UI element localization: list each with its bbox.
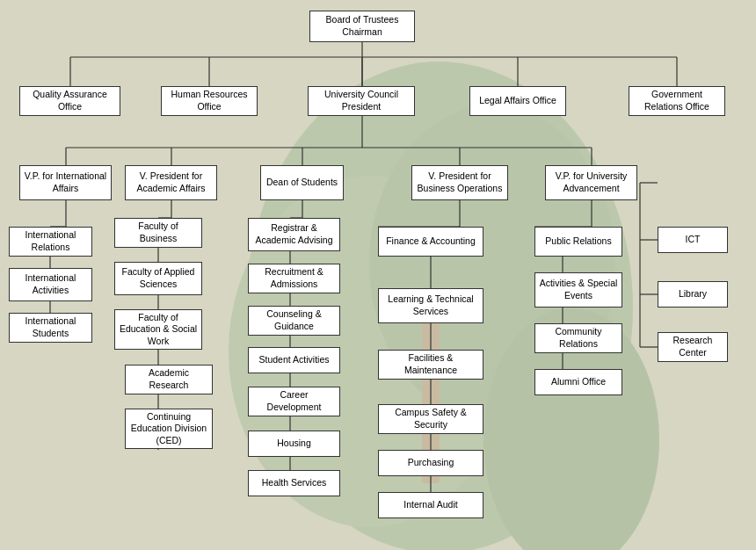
org-node-vp_academic: V. President for Academic Affairs [125,165,217,200]
org-node-intl_rel: International Relations [9,227,92,257]
org-node-fac_applied: Faculty of Applied Sciences [114,262,202,295]
org-node-activities_se: Activities & Special Events [534,272,622,308]
org-node-fac_bus: Faculty of Business [114,218,202,248]
org-node-quality: Quality Assurance Office [19,86,120,116]
org-node-ict: ICT [658,227,728,253]
org-node-vp_univ: V.P. for University Advancement [545,165,637,200]
org-node-legal: Legal Affairs Office [469,86,566,116]
org-node-acad_res: Academic Research [125,365,213,394]
org-node-recruit: Recruitment & Admissions [248,264,340,293]
org-node-learning: Learning & Technical Services [378,288,483,323]
org-node-dean: Dean of Students [260,165,344,200]
org-node-govt: Government Relations Office [629,86,725,116]
org-node-cont_edu: Continuing Education Division (CED) [125,409,213,449]
org-node-career: Career Development [248,387,340,416]
org-node-university: University Council President [308,86,415,116]
org-node-intl_act: International Activities [9,268,92,301]
org-node-public_rel: Public Relations [534,227,622,257]
org-node-finance: Finance & Accounting [378,227,483,257]
org-node-counseling: Counseling & Guidance [248,306,340,336]
org-node-internal_audit: Internal Audit [378,492,483,518]
org-node-purchasing: Purchasing [378,450,483,476]
org-node-community: Community Relations [534,323,622,353]
org-node-housing: Housing [248,431,340,457]
org-node-hr: Human Resources Office [161,86,258,116]
org-chart: Board of TrusteesChairmanQuality Assuran… [0,0,756,550]
org-node-facilities: Facilities & Maintenance [378,350,483,380]
org-node-research: Research Center [658,332,728,362]
org-node-student_act: Student Activities [248,347,340,373]
org-node-campus_safety: Campus Safety & Security [378,404,483,434]
org-node-board: Board of TrusteesChairman [309,11,415,42]
org-node-intl_stu: International Students [9,313,92,343]
org-node-health: Health Services [248,470,340,496]
org-node-alumni: Alumni Office [534,369,622,395]
org-node-registrar: Registrar & Academic Advising [248,218,340,251]
org-node-vp_business: V. President for Business Operations [411,165,508,200]
org-node-fac_edu: Faculty of Education & Social Work [114,309,202,350]
org-node-vp_intl: V.P. for International Affairs [19,165,112,200]
org-node-library: Library [658,281,728,308]
